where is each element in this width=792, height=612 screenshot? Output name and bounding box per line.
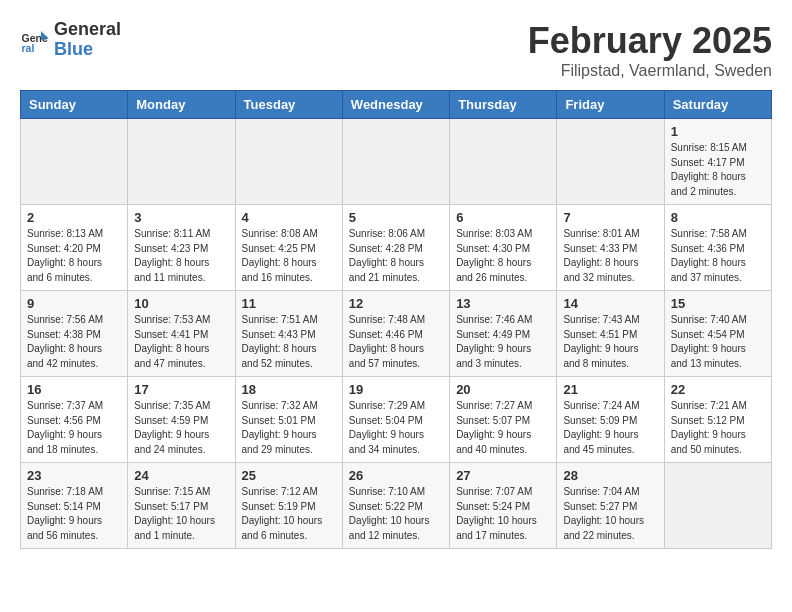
calendar-cell: 15Sunrise: 7:40 AM Sunset: 4:54 PM Dayli… xyxy=(664,291,771,377)
calendar-cell: 21Sunrise: 7:24 AM Sunset: 5:09 PM Dayli… xyxy=(557,377,664,463)
day-number: 1 xyxy=(671,124,765,139)
logo-text-general: General xyxy=(54,19,121,39)
calendar-cell: 13Sunrise: 7:46 AM Sunset: 4:49 PM Dayli… xyxy=(450,291,557,377)
weekday-header: Thursday xyxy=(450,91,557,119)
day-info: Sunrise: 7:56 AM Sunset: 4:38 PM Dayligh… xyxy=(27,313,121,371)
weekday-header: Tuesday xyxy=(235,91,342,119)
calendar-cell xyxy=(21,119,128,205)
day-number: 8 xyxy=(671,210,765,225)
calendar-cell: 20Sunrise: 7:27 AM Sunset: 5:07 PM Dayli… xyxy=(450,377,557,463)
calendar-cell: 4Sunrise: 8:08 AM Sunset: 4:25 PM Daylig… xyxy=(235,205,342,291)
svg-text:ral: ral xyxy=(22,42,35,54)
day-info: Sunrise: 8:11 AM Sunset: 4:23 PM Dayligh… xyxy=(134,227,228,285)
day-info: Sunrise: 7:07 AM Sunset: 5:24 PM Dayligh… xyxy=(456,485,550,543)
day-number: 14 xyxy=(563,296,657,311)
day-info: Sunrise: 7:27 AM Sunset: 5:07 PM Dayligh… xyxy=(456,399,550,457)
day-info: Sunrise: 7:12 AM Sunset: 5:19 PM Dayligh… xyxy=(242,485,336,543)
day-number: 20 xyxy=(456,382,550,397)
calendar-week-row: 9Sunrise: 7:56 AM Sunset: 4:38 PM Daylig… xyxy=(21,291,772,377)
calendar-cell xyxy=(342,119,449,205)
calendar-cell: 22Sunrise: 7:21 AM Sunset: 5:12 PM Dayli… xyxy=(664,377,771,463)
day-info: Sunrise: 8:06 AM Sunset: 4:28 PM Dayligh… xyxy=(349,227,443,285)
calendar-week-row: 1Sunrise: 8:15 AM Sunset: 4:17 PM Daylig… xyxy=(21,119,772,205)
title-block: February 2025 Filipstad, Vaermland, Swed… xyxy=(528,20,772,80)
day-number: 12 xyxy=(349,296,443,311)
calendar-cell: 23Sunrise: 7:18 AM Sunset: 5:14 PM Dayli… xyxy=(21,463,128,549)
calendar-cell xyxy=(450,119,557,205)
calendar-cell: 14Sunrise: 7:43 AM Sunset: 4:51 PM Dayli… xyxy=(557,291,664,377)
calendar-cell: 26Sunrise: 7:10 AM Sunset: 5:22 PM Dayli… xyxy=(342,463,449,549)
calendar-cell xyxy=(235,119,342,205)
day-number: 21 xyxy=(563,382,657,397)
header-row: SundayMondayTuesdayWednesdayThursdayFrid… xyxy=(21,91,772,119)
day-info: Sunrise: 7:10 AM Sunset: 5:22 PM Dayligh… xyxy=(349,485,443,543)
page-header: Gene ral General Blue February 2025 Fili… xyxy=(20,20,772,80)
day-info: Sunrise: 7:48 AM Sunset: 4:46 PM Dayligh… xyxy=(349,313,443,371)
day-info: Sunrise: 7:21 AM Sunset: 5:12 PM Dayligh… xyxy=(671,399,765,457)
day-number: 23 xyxy=(27,468,121,483)
calendar-table: SundayMondayTuesdayWednesdayThursdayFrid… xyxy=(20,90,772,549)
day-info: Sunrise: 7:35 AM Sunset: 4:59 PM Dayligh… xyxy=(134,399,228,457)
day-info: Sunrise: 7:46 AM Sunset: 4:49 PM Dayligh… xyxy=(456,313,550,371)
logo-icon: Gene ral xyxy=(20,25,50,55)
calendar-cell: 10Sunrise: 7:53 AM Sunset: 4:41 PM Dayli… xyxy=(128,291,235,377)
logo-text-blue: Blue xyxy=(54,40,121,60)
calendar-cell: 3Sunrise: 8:11 AM Sunset: 4:23 PM Daylig… xyxy=(128,205,235,291)
day-number: 17 xyxy=(134,382,228,397)
day-info: Sunrise: 7:24 AM Sunset: 5:09 PM Dayligh… xyxy=(563,399,657,457)
day-info: Sunrise: 8:15 AM Sunset: 4:17 PM Dayligh… xyxy=(671,141,765,199)
day-info: Sunrise: 8:03 AM Sunset: 4:30 PM Dayligh… xyxy=(456,227,550,285)
calendar-cell: 28Sunrise: 7:04 AM Sunset: 5:27 PM Dayli… xyxy=(557,463,664,549)
day-info: Sunrise: 7:32 AM Sunset: 5:01 PM Dayligh… xyxy=(242,399,336,457)
day-number: 5 xyxy=(349,210,443,225)
calendar-cell xyxy=(128,119,235,205)
day-info: Sunrise: 7:37 AM Sunset: 4:56 PM Dayligh… xyxy=(27,399,121,457)
day-number: 13 xyxy=(456,296,550,311)
day-info: Sunrise: 7:04 AM Sunset: 5:27 PM Dayligh… xyxy=(563,485,657,543)
day-info: Sunrise: 7:18 AM Sunset: 5:14 PM Dayligh… xyxy=(27,485,121,543)
calendar-cell: 8Sunrise: 7:58 AM Sunset: 4:36 PM Daylig… xyxy=(664,205,771,291)
day-info: Sunrise: 7:53 AM Sunset: 4:41 PM Dayligh… xyxy=(134,313,228,371)
day-number: 25 xyxy=(242,468,336,483)
logo: Gene ral General Blue xyxy=(20,20,121,60)
location: Filipstad, Vaermland, Sweden xyxy=(528,62,772,80)
calendar-cell: 9Sunrise: 7:56 AM Sunset: 4:38 PM Daylig… xyxy=(21,291,128,377)
day-number: 10 xyxy=(134,296,228,311)
calendar-cell: 7Sunrise: 8:01 AM Sunset: 4:33 PM Daylig… xyxy=(557,205,664,291)
day-number: 2 xyxy=(27,210,121,225)
calendar-cell xyxy=(557,119,664,205)
weekday-header: Wednesday xyxy=(342,91,449,119)
calendar-week-row: 16Sunrise: 7:37 AM Sunset: 4:56 PM Dayli… xyxy=(21,377,772,463)
day-info: Sunrise: 7:15 AM Sunset: 5:17 PM Dayligh… xyxy=(134,485,228,543)
day-number: 27 xyxy=(456,468,550,483)
calendar-cell: 6Sunrise: 8:03 AM Sunset: 4:30 PM Daylig… xyxy=(450,205,557,291)
weekday-header: Friday xyxy=(557,91,664,119)
calendar-cell: 19Sunrise: 7:29 AM Sunset: 5:04 PM Dayli… xyxy=(342,377,449,463)
calendar-week-row: 23Sunrise: 7:18 AM Sunset: 5:14 PM Dayli… xyxy=(21,463,772,549)
day-number: 18 xyxy=(242,382,336,397)
day-info: Sunrise: 8:13 AM Sunset: 4:20 PM Dayligh… xyxy=(27,227,121,285)
calendar-cell xyxy=(664,463,771,549)
day-number: 16 xyxy=(27,382,121,397)
day-number: 24 xyxy=(134,468,228,483)
day-number: 26 xyxy=(349,468,443,483)
calendar-cell: 11Sunrise: 7:51 AM Sunset: 4:43 PM Dayli… xyxy=(235,291,342,377)
weekday-header: Monday xyxy=(128,91,235,119)
calendar-cell: 17Sunrise: 7:35 AM Sunset: 4:59 PM Dayli… xyxy=(128,377,235,463)
calendar-week-row: 2Sunrise: 8:13 AM Sunset: 4:20 PM Daylig… xyxy=(21,205,772,291)
day-info: Sunrise: 7:58 AM Sunset: 4:36 PM Dayligh… xyxy=(671,227,765,285)
day-number: 3 xyxy=(134,210,228,225)
calendar-cell: 5Sunrise: 8:06 AM Sunset: 4:28 PM Daylig… xyxy=(342,205,449,291)
day-number: 28 xyxy=(563,468,657,483)
day-number: 4 xyxy=(242,210,336,225)
day-number: 7 xyxy=(563,210,657,225)
calendar-cell: 12Sunrise: 7:48 AM Sunset: 4:46 PM Dayli… xyxy=(342,291,449,377)
calendar-cell: 1Sunrise: 8:15 AM Sunset: 4:17 PM Daylig… xyxy=(664,119,771,205)
month-title: February 2025 xyxy=(528,20,772,62)
day-info: Sunrise: 7:29 AM Sunset: 5:04 PM Dayligh… xyxy=(349,399,443,457)
day-number: 22 xyxy=(671,382,765,397)
calendar-cell: 25Sunrise: 7:12 AM Sunset: 5:19 PM Dayli… xyxy=(235,463,342,549)
day-number: 19 xyxy=(349,382,443,397)
calendar-cell: 18Sunrise: 7:32 AM Sunset: 5:01 PM Dayli… xyxy=(235,377,342,463)
calendar-cell: 2Sunrise: 8:13 AM Sunset: 4:20 PM Daylig… xyxy=(21,205,128,291)
